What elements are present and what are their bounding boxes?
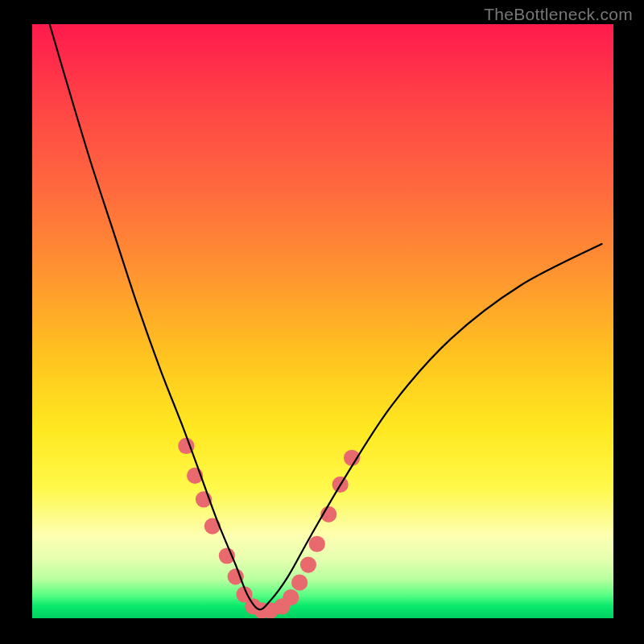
chart-svg [32,24,613,618]
markers-layer [178,438,360,618]
chart-frame: TheBottleneck.com [0,0,644,644]
data-marker [309,536,325,552]
watermark-text: TheBottleneck.com [484,5,633,24]
data-marker [300,556,316,572]
data-marker [283,589,299,605]
data-marker [291,575,308,591]
plot-area [32,24,613,618]
